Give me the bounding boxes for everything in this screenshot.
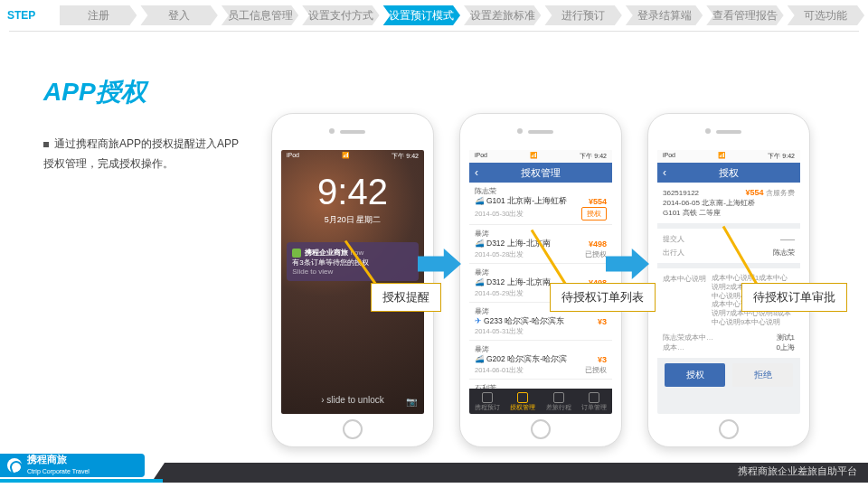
- step-8[interactable]: 查看管理报告: [706, 5, 783, 25]
- bullet-icon: [43, 142, 49, 147]
- screen-detail: iPod📶下午 9:42 ‹ 授权 362519122 ¥554 含服务费 20…: [657, 150, 800, 414]
- tab-1[interactable]: 授权管理: [505, 389, 542, 414]
- step-1[interactable]: 登入: [140, 5, 217, 25]
- trip-train: G101 高铁 二等座: [663, 208, 795, 218]
- trip-route: 2014-06-05 北京南-上海虹桥: [663, 198, 795, 208]
- screen-list: iPod📶下午 9:42 ‹ 授权管理 陈志荣🚄G101 北京南-上海虹桥¥55…: [469, 150, 612, 414]
- step-label: STEP: [4, 5, 56, 25]
- statusbar: iPod📶下午 9:42: [469, 150, 612, 163]
- page-title: APP授权: [43, 75, 832, 109]
- slide-content: APP授权 通过携程商旅APP的授权提醒进入APP授权管理，完成授权操作。 iP…: [0, 32, 868, 429]
- lock-date: 5月20日 星期二: [325, 214, 382, 226]
- description: 通过携程商旅APP的授权提醒进入APP授权管理，完成授权操作。: [43, 135, 242, 174]
- slide-to-unlock[interactable]: › slide to unlock: [281, 395, 424, 405]
- step-9[interactable]: 可选功能: [788, 5, 864, 25]
- step-2[interactable]: 员工信息管理: [222, 5, 298, 25]
- description-text: 通过携程商旅APP的授权提醒进入APP授权管理，完成授权操作。: [43, 137, 239, 170]
- callout-pending-list: 待授权订单列表: [550, 283, 656, 312]
- phone-auth-detail: iPod📶下午 9:42 ‹ 授权 362519122 ¥554 含服务费 20…: [647, 113, 810, 447]
- notif-app: 携程企业商旅: [305, 249, 348, 257]
- tab-2[interactable]: 差旅行程: [541, 389, 577, 414]
- trip-block: 362519122 ¥554 含服务费 2014-06-05 北京南-上海虹桥 …: [657, 183, 800, 223]
- back-icon[interactable]: ‹: [475, 163, 478, 183]
- step-3[interactable]: 设置支付方式: [302, 5, 379, 25]
- phones-row: iPod 📶 下午 9:42 9:42 5月20日 星期二 携程企业商旅 now…: [271, 113, 810, 447]
- footer: 携程商旅企业差旅自助平台 携程商旅 Ctrip Corporate Travel: [0, 445, 868, 488]
- list-item[interactable]: 陈志荣🚄G101 北京南-上海虹桥¥5542014-05-30出发授权: [469, 183, 612, 225]
- logo-icon: [7, 458, 22, 473]
- status-left: iPod: [287, 152, 299, 161]
- cost-label: 成本中心说明: [663, 274, 706, 284]
- step-4[interactable]: 设置预订模式: [383, 5, 460, 25]
- list-header: ‹ 授权管理: [469, 163, 612, 183]
- back-icon[interactable]: ‹: [663, 163, 666, 183]
- callout-pending-approval: 待授权订单审批: [741, 283, 847, 312]
- footer-tagline: 携程商旅企业差旅自助平台: [154, 463, 868, 479]
- brand-logo: 携程商旅 Ctrip Corporate Travel: [0, 454, 145, 477]
- step-bar: STEP 注册登入员工信息管理设置支付方式设置预订模式设置差旅标准进行预订登录结…: [0, 0, 868, 31]
- trip-price: ¥554: [745, 188, 763, 197]
- authorize-button[interactable]: 授权: [581, 207, 607, 221]
- phone-auth-list: iPod📶下午 9:42 ‹ 授权管理 陈志荣🚄G101 北京南-上海虹桥¥55…: [459, 113, 622, 447]
- lock-time: 9:42: [317, 172, 388, 212]
- tab-0[interactable]: 携程预订: [469, 389, 505, 414]
- header-title: 授权管理: [521, 167, 561, 178]
- step-7[interactable]: 登录结算端: [626, 5, 703, 25]
- reject-button[interactable]: 拒绝: [732, 363, 793, 387]
- footer-ribbon: [0, 479, 868, 483]
- statusbar: iPod📶下午 9:42: [657, 150, 800, 163]
- approve-button[interactable]: 授权: [665, 363, 725, 387]
- step-0[interactable]: 注册: [60, 5, 137, 25]
- camera-icon[interactable]: 📷: [406, 397, 417, 407]
- phone-lockscreen: iPod 📶 下午 9:42 9:42 5月20日 星期二 携程企业商旅 now…: [271, 113, 434, 447]
- tab-bar: 携程预订授权管理差旅行程订单管理: [469, 389, 612, 414]
- statusbar: iPod 📶 下午 9:42: [281, 150, 424, 163]
- tab-3[interactable]: 订单管理: [577, 389, 613, 414]
- notif-sub: Slide to view: [292, 267, 412, 276]
- header-title: 授权: [719, 167, 739, 178]
- list-item[interactable]: 暴涛🚄G202 哈尔滨东-哈尔滨¥32014-06-01出发已授权: [469, 341, 612, 380]
- notif-line: 有3条订单等待您的授权: [292, 258, 412, 267]
- callout-auth-reminder: 授权提醒: [371, 283, 441, 312]
- order-no: 362519122: [663, 189, 699, 197]
- cost-block: 成本中心说明 成本中心说明1成本中心说明2成本中心说明3成本中心说明4成本中心说…: [657, 268, 800, 358]
- brand-cn: 携程商旅: [27, 454, 90, 465]
- detail-header: ‹ 授权: [657, 163, 800, 183]
- brand-en: Ctrip Corporate Travel: [27, 465, 90, 477]
- screen-lock: iPod 📶 下午 9:42 9:42 5月20日 星期二 携程企业商旅 now…: [281, 150, 424, 414]
- price-note: 含服务费: [766, 189, 795, 197]
- step-5[interactable]: 设置差旅标准: [464, 5, 541, 25]
- app-icon: [292, 249, 301, 258]
- status-right: 下午 9:42: [392, 152, 419, 161]
- step-6[interactable]: 进行预订: [544, 5, 621, 25]
- action-buttons: 授权 拒绝: [657, 363, 800, 387]
